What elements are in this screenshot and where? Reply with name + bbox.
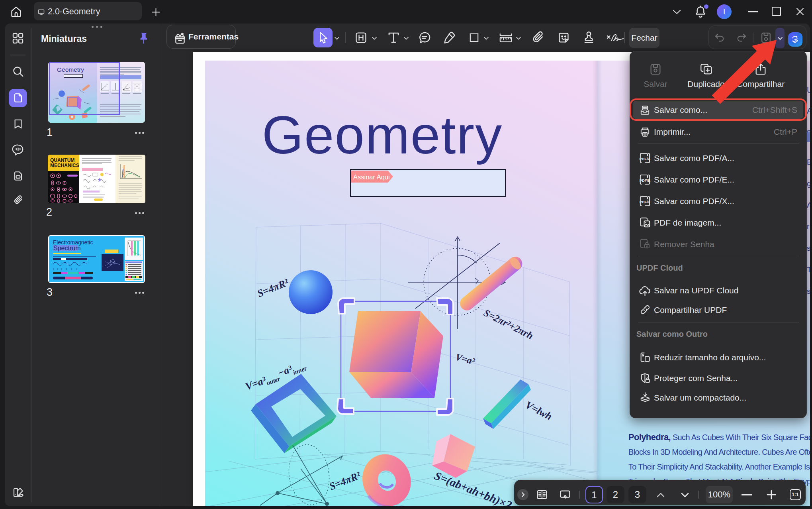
svg-text:S=2πr²+2πrh: S=2πr²+2πrh xyxy=(482,307,535,342)
svg-text:S=(ab+ah+bh)×2: S=(ab+ah+bh)×2 xyxy=(432,469,514,506)
svg-text:PDF/A: PDF/A xyxy=(640,157,651,161)
svg-text:V=lwh: V=lwh xyxy=(524,399,554,423)
svg-text:S=4πR²: S=4πR² xyxy=(328,469,363,492)
svg-text:PDF/E: PDF/E xyxy=(640,179,650,183)
svg-text:S=4πR²: S=4πR² xyxy=(256,276,291,299)
svg-text:PDF/X: PDF/X xyxy=(640,200,651,204)
svg-text:V=a³: V=a³ xyxy=(454,352,476,367)
